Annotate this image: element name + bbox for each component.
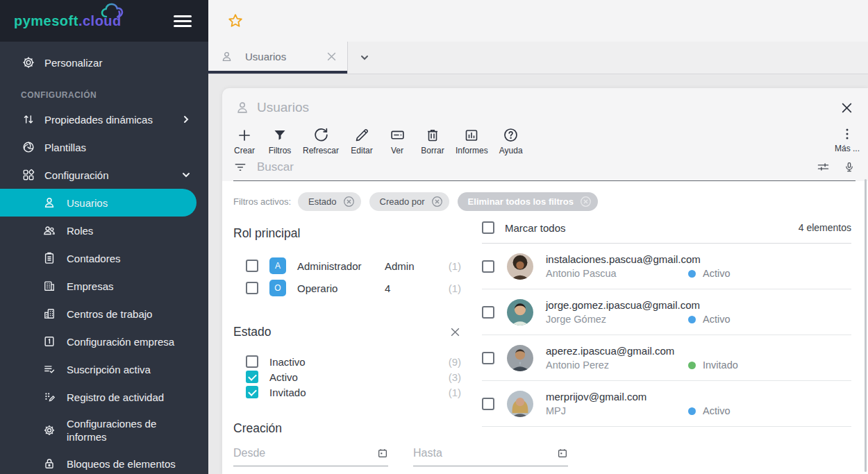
mas-button[interactable]: Más ... [835, 126, 860, 153]
checkbox[interactable] [246, 282, 258, 294]
sidebar-item-propiedades-dinamicas[interactable]: Propiedades dinámicas [0, 105, 208, 133]
row-checkbox[interactable] [482, 398, 494, 410]
bar-chart-icon [463, 126, 480, 144]
select-all-label: Marcar todos [505, 222, 566, 234]
status-dot [688, 362, 696, 369]
estado-row-activo: Activo (3) [246, 369, 464, 384]
role-badge: A [269, 257, 286, 274]
remove-filter-icon[interactable] [431, 196, 443, 208]
checkbox[interactable] [246, 260, 258, 272]
tab-usuarios[interactable]: Usuarios [208, 42, 347, 74]
sidebar-item-personalizar[interactable]: Personalizar [0, 47, 208, 78]
sidebar-item-configuraciones-de-informes[interactable]: Configuraciones de informes [0, 411, 208, 450]
user-row[interactable]: instalaciones.pascua@gmail.com Antonio P… [482, 244, 851, 289]
dots-pencil-icon [42, 390, 57, 404]
pencil-icon [353, 126, 370, 144]
sidebar-item-roles[interactable]: Roles [0, 217, 208, 244]
clear-estado-filter-icon[interactable] [449, 326, 461, 338]
sidebar-section-configuracion: CONFIGURACIÓN [0, 78, 208, 105]
user-email: jorge.gomez.ipascua@gmail.com [546, 299, 851, 311]
ver-button[interactable]: Ver [385, 126, 410, 155]
sidebar-item-label: Bloqueos de elementos [67, 458, 176, 470]
checkbox[interactable] [246, 355, 258, 368]
sidebar-item-bloqueos-de-elementos[interactable]: Bloqueos de elementos [0, 450, 208, 474]
tab-close-icon[interactable] [326, 51, 337, 62]
avatar [507, 299, 533, 325]
date-from-field[interactable] [233, 447, 388, 466]
close-icon[interactable] [840, 101, 854, 115]
sidebar-item-registro-de-actividad[interactable]: Registro de actividad [0, 383, 208, 411]
row-checkbox[interactable] [482, 306, 494, 319]
search-bar [233, 160, 856, 181]
sidebar-item-label: Personalizar [44, 57, 102, 69]
user-row[interactable]: aperez.ipascua@gmail.com Antonio Perez I… [482, 335, 851, 381]
arrows-up-down-icon [21, 112, 36, 126]
sidebar-item-centros-de-trabajo[interactable]: Centros de trabajo [0, 300, 208, 328]
user-icon [235, 100, 250, 115]
tune-sliders-icon[interactable] [816, 160, 831, 174]
sidebar-item-usuarios[interactable]: Usuarios [0, 189, 197, 217]
star-icon[interactable] [227, 12, 244, 29]
microphone-icon[interactable] [843, 160, 856, 174]
filter-chip-creado-por[interactable]: Creado por [369, 192, 449, 211]
ayuda-button[interactable]: Ayuda [499, 126, 524, 155]
sidebar-header: pymesoft.cloud [0, 0, 208, 42]
user-list: Marcar todos 4 elementos instalaciones.p… [482, 218, 858, 466]
user-row[interactable]: jorge.gomez.ipascua@gmail.com Jorge Góme… [482, 289, 851, 335]
sidebar-item-label: Configuración [44, 169, 109, 181]
user-name: Antonio Pascua [546, 268, 688, 279]
user-row[interactable]: merprijov@gmail.com MPJ Activo [482, 381, 851, 427]
remove-filter-icon[interactable] [343, 196, 355, 208]
filtros-button[interactable]: Filtros [267, 126, 292, 155]
help-icon [502, 126, 519, 144]
borrar-button[interactable]: Borrar [420, 126, 445, 155]
chevron-down-icon [182, 171, 190, 179]
sidebar-item-plantillas[interactable]: Plantillas [0, 133, 208, 161]
sidebar-item-label: Suscripción activa [67, 364, 151, 375]
row-checkbox[interactable] [482, 260, 494, 273]
user-status: Activo [703, 268, 731, 279]
plus-icon [236, 126, 253, 144]
crear-button[interactable]: Crear [232, 126, 257, 155]
estado-row-inactivo: Inactivo (9) [246, 354, 464, 369]
sidebar-item-label: Plantillas [44, 142, 86, 153]
tab-list-dropdown[interactable] [348, 42, 381, 74]
clear-all-filters-chip[interactable]: Eliminar todos los filtros [458, 192, 598, 211]
gear-icon [21, 56, 36, 69]
sidebar-item-configuracion-empresa[interactable]: Configuración empresa [0, 328, 208, 355]
vertical-scrollbar[interactable] [865, 179, 867, 472]
user-icon [220, 50, 233, 63]
checkbox[interactable] [246, 386, 258, 398]
avatar [507, 253, 533, 280]
editar-button[interactable]: Editar [349, 126, 374, 155]
sidebar-item-label: Usuarios [67, 197, 108, 209]
checkbox[interactable] [246, 371, 258, 383]
user-status: Activo [703, 314, 731, 325]
user-name: MPJ [546, 405, 688, 416]
date-from-input[interactable] [233, 447, 377, 459]
informes-button[interactable]: Informes [456, 126, 488, 155]
select-all-checkbox[interactable] [482, 221, 494, 234]
estado-row-invitado: Invitado (1) [246, 384, 464, 400]
list-check-icon [42, 362, 57, 376]
sidebar-item-contadores[interactable]: Contadores [0, 244, 208, 272]
sidebar-item-configuracion[interactable]: Configuración [0, 161, 208, 189]
sidebar-item-suscripcion-activa[interactable]: Suscripción activa [0, 355, 208, 383]
favorites-bar [208, 0, 868, 42]
dots-vertical-icon [839, 126, 856, 142]
search-input[interactable] [257, 160, 803, 174]
refrescar-button[interactable]: Refrescar [303, 126, 339, 155]
panel-header: Usuarios [222, 88, 868, 120]
sidebar: pymesoft.cloud Personalizar CONFI [0, 0, 208, 474]
user-email: instalaciones.pascua@gmail.com [546, 253, 851, 265]
avatar [507, 391, 533, 417]
remove-filter-icon[interactable] [580, 196, 592, 208]
filter-column: Rol principal A Administrador Admin (1) … [233, 218, 464, 466]
card-view-icon [389, 126, 406, 144]
panel-title: Usuarios [257, 100, 309, 115]
sidebar-item-empresas[interactable]: Empresas [0, 272, 208, 300]
menu-icon[interactable] [174, 12, 192, 30]
calendar-icon[interactable] [377, 448, 388, 459]
row-checkbox[interactable] [482, 352, 494, 364]
filter-chip-estado[interactable]: Estado [298, 192, 360, 211]
